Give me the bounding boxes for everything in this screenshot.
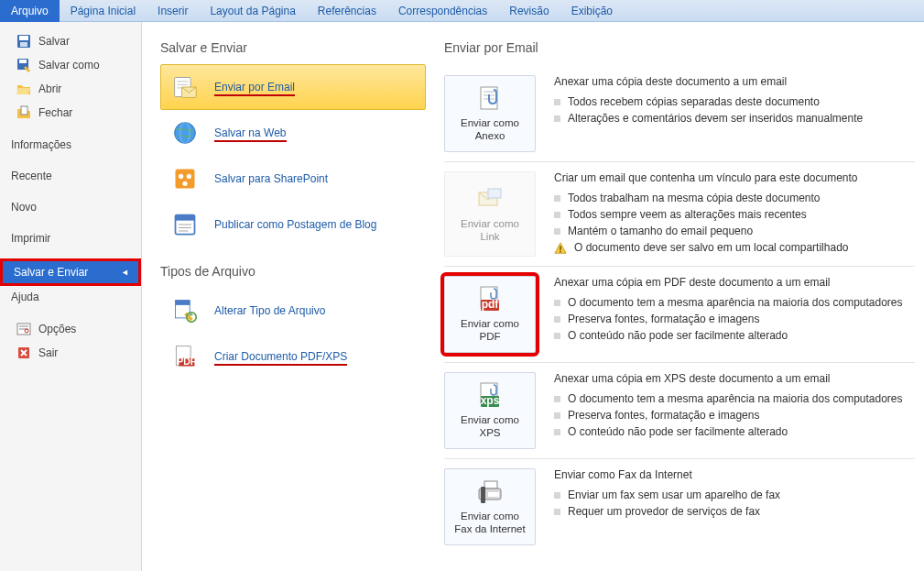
ribbon-tab-revisão[interactable]: Revisão (498, 0, 560, 22)
leftnav-label: Salvar como (38, 59, 100, 71)
desc-bullet: Todos trabalham na mesma cópia deste doc… (554, 190, 915, 206)
ribbon-tab-arquivo[interactable]: Arquivo (0, 0, 60, 22)
ribbon-tab-correspondências[interactable]: Correspondências (387, 0, 498, 22)
send-button-enviar-como-anexo[interactable]: Enviar como Anexo (444, 75, 536, 152)
desc-title: Anexar uma cópia deste documento a um em… (554, 75, 915, 88)
ribbon-tab-exibição[interactable]: Exibição (560, 0, 624, 22)
desc-bullet: Mantém o tamanho do email pequeno (554, 223, 915, 239)
svg-rect-51 (488, 492, 499, 497)
send-button-label: Enviar como Link (451, 218, 529, 244)
savesend-label: Salvar para SharePoint (214, 172, 328, 185)
desc-bullet: Preserva fontes, formatação e imagens (554, 311, 915, 327)
svg-text:xps: xps (481, 394, 500, 407)
svg-rect-39 (488, 189, 501, 198)
leftnav-section-ajuda[interactable]: Ajuda (0, 286, 141, 308)
leftnav-label: Opções (38, 323, 76, 335)
svg-point-20 (179, 174, 183, 179)
save-send-heading: Salvar e Enviar (160, 40, 426, 55)
leftnav-section-informações[interactable]: Informações (0, 134, 141, 156)
bullet-square-icon (554, 228, 560, 235)
send-email-heading: Enviar por Email (444, 40, 915, 55)
ribbon-tab-layout-da-página[interactable]: Layout da Página (199, 0, 306, 22)
send-option-desc: Anexar uma cópia em XPS deste documento … (554, 372, 915, 449)
send-button-label: Enviar como PDF (451, 318, 529, 344)
open-icon (16, 82, 31, 96)
svg-rect-41 (560, 251, 561, 253)
bullet-square-icon (554, 412, 560, 419)
leftnav-section-label: Salvar e Enviar (14, 266, 88, 279)
savesend-publicar-como-postagem-de-blog[interactable]: Publicar como Postagem de Blog (160, 202, 426, 247)
bullet-square-icon (554, 316, 560, 323)
desc-title: Criar um email que contenha um vínculo p… (554, 171, 915, 184)
svg-text:PDF: PDF (177, 356, 197, 367)
svg-rect-2 (20, 42, 27, 47)
leftnav-label: Sair (38, 346, 58, 359)
leftnav-section-recente[interactable]: Recente (0, 165, 141, 187)
leftnav-section-label: Novo (11, 201, 37, 214)
send-button-enviar-como-xps[interactable]: xpsEnviar como XPS (444, 372, 536, 449)
leftnav-salvar[interactable]: Salvar (0, 29, 141, 53)
leftnav-label: Salvar (38, 35, 70, 48)
desc-title: Anexar uma cópia em PDF deste documento … (554, 276, 915, 289)
options-icon (16, 322, 31, 336)
savesend-enviar-por-email[interactable]: Enviar por Email (160, 64, 426, 110)
send-option-desc: Criar um email que contenha um vínculo p… (554, 171, 915, 257)
bullet-square-icon (554, 99, 560, 105)
send-option-desc: Enviar como Fax da InternetEnviar um fax… (554, 468, 915, 545)
leftnav-section-salvar-e-enviar[interactable]: Salvar e Enviar◄ (3, 261, 138, 283)
svg-rect-24 (176, 215, 195, 221)
desc-bullet: Todos sempre veem as alterações mais rec… (554, 206, 915, 223)
save-send-column: Salvar e EnviarEnviar por EmailSalvar na… (142, 22, 435, 571)
desc-bullet: O documento tem a mesma aparência na mai… (554, 294, 915, 311)
file-types-heading: Tipos de Arquivo (160, 264, 426, 279)
leftnav-fechar[interactable]: Fechar (0, 101, 141, 125)
leftnav-label: Fechar (38, 106, 72, 119)
leftnav-salvar-como[interactable]: Salvar como (0, 53, 141, 77)
leftnav-section-label: Imprimir (11, 232, 50, 245)
svg-text:pdf: pdf (482, 298, 500, 311)
send-option-row: xpsEnviar como XPSAnexar uma cópia em XP… (444, 362, 915, 458)
leftnav-section-imprimir[interactable]: Imprimir (0, 227, 141, 249)
send-option-desc: Anexar uma cópia deste documento a um em… (554, 75, 915, 152)
leftnav-abrir[interactable]: Abrir (0, 77, 141, 101)
svg-rect-1 (19, 36, 28, 40)
backstage-leftnav: SalvarSalvar comoAbrirFecharInformaçõesR… (0, 22, 142, 571)
send-button-enviar-como-pdf[interactable]: pdfEnviar como PDF (444, 276, 536, 353)
desc-bullet: O conteúdo não pode ser facilmente alter… (554, 327, 915, 344)
leftnav-sair[interactable]: Sair (0, 341, 141, 365)
desc-bullet: O documento tem a mesma aparência na mai… (554, 390, 915, 407)
ribbon-tab-página-inicial[interactable]: Página Inicial (60, 0, 147, 22)
svg-rect-48 (484, 481, 497, 489)
desc-bullet: Enviar um fax sem usar um aparelho de fa… (554, 487, 915, 503)
filetype-criar-documento-pdf-xps[interactable]: PDFCriar Documento PDF/XPS (160, 334, 426, 379)
bullet-square-icon (554, 300, 560, 306)
link-icon (475, 185, 505, 214)
bullet-square-icon (554, 509, 560, 515)
ribbon-tabs: ArquivoPágina InicialInserirLayout da Pá… (0, 0, 924, 22)
highlight-box-leftnav: Salvar e Enviar◄ (0, 258, 141, 286)
desc-bullet: Preserva fontes, formatação e imagens (554, 407, 915, 423)
leftnav-section-novo[interactable]: Novo (0, 196, 141, 218)
bullet-square-icon (554, 195, 560, 202)
filetype-label: Alterar Tipo de Arquivo (214, 304, 325, 317)
send-option-row: Enviar como LinkCriar um email que conte… (444, 161, 915, 266)
savesend-salvar-na-web[interactable]: Salvar na Web (160, 110, 426, 156)
bullet-square-icon (554, 396, 560, 402)
savesend-label: Enviar por Email (214, 81, 295, 93)
filetype-label: Criar Documento PDF/XPS (214, 350, 347, 363)
ribbon-tab-inserir[interactable]: Inserir (147, 0, 199, 22)
desc-warning: O documento deve ser salvo em um local c… (554, 239, 915, 257)
bullet-square-icon (554, 212, 560, 218)
exit-icon (16, 346, 31, 360)
svg-rect-50 (481, 487, 485, 503)
send-button-label: Enviar como Fax da Internet (451, 511, 529, 536)
blog-icon (172, 212, 198, 237)
ribbon-tab-referências[interactable]: Referências (307, 0, 387, 22)
savesend-salvar-para-sharepoint[interactable]: Salvar para SharePoint (160, 156, 426, 202)
send-button-enviar-como-link: Enviar como Link (444, 171, 536, 257)
leftnav-opções[interactable]: Opções (0, 317, 141, 341)
desc-bullet: Todos recebem cópias separadas deste doc… (554, 93, 915, 110)
send-option-row: pdfEnviar como PDFAnexar uma cópia em PD… (444, 266, 915, 362)
send-button-enviar-como-fax-da-internet[interactable]: Enviar como Fax da Internet (444, 468, 536, 545)
filetype-alterar-tipo-de-arquivo[interactable]: Alterar Tipo de Arquivo (160, 288, 426, 334)
